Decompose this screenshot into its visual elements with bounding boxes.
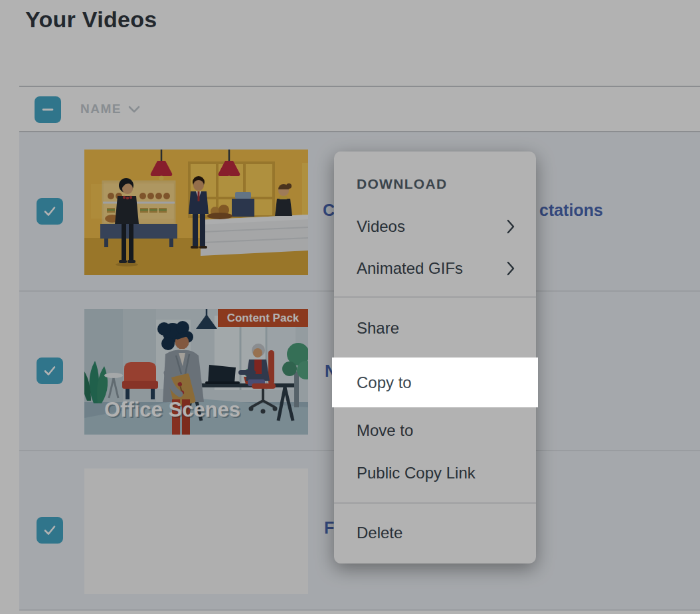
dim-overlay (0, 0, 700, 614)
menu-item-copy-to[interactable]: Copy to (332, 358, 538, 407)
your-videos-page: Your Videos NAME (0, 0, 700, 614)
